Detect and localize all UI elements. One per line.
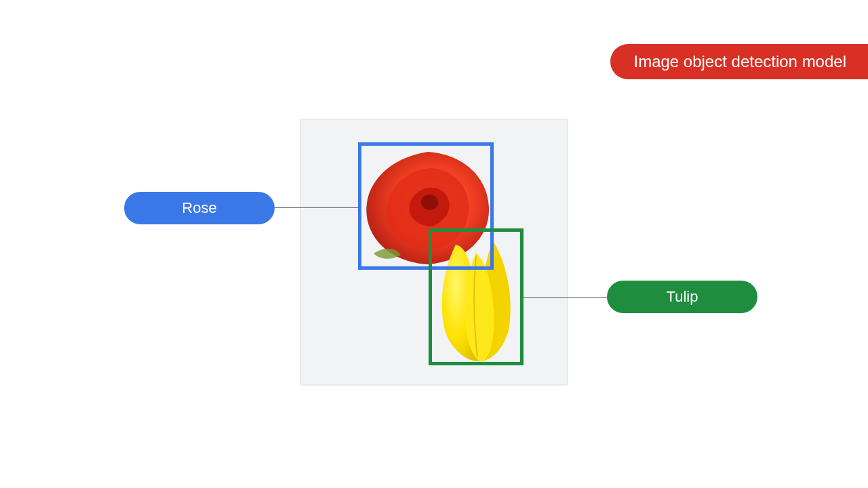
connector-rose xyxy=(275,207,358,208)
connector-tulip xyxy=(524,297,607,298)
bbox-tulip xyxy=(429,228,524,365)
title-chip: Image object detection model xyxy=(610,44,868,79)
title-text: Image object detection model xyxy=(633,52,846,70)
label-pill-rose: Rose xyxy=(124,192,275,224)
label-text-rose: Rose xyxy=(182,199,216,217)
label-pill-tulip: Tulip xyxy=(607,281,757,313)
label-text-tulip: Tulip xyxy=(667,288,698,306)
